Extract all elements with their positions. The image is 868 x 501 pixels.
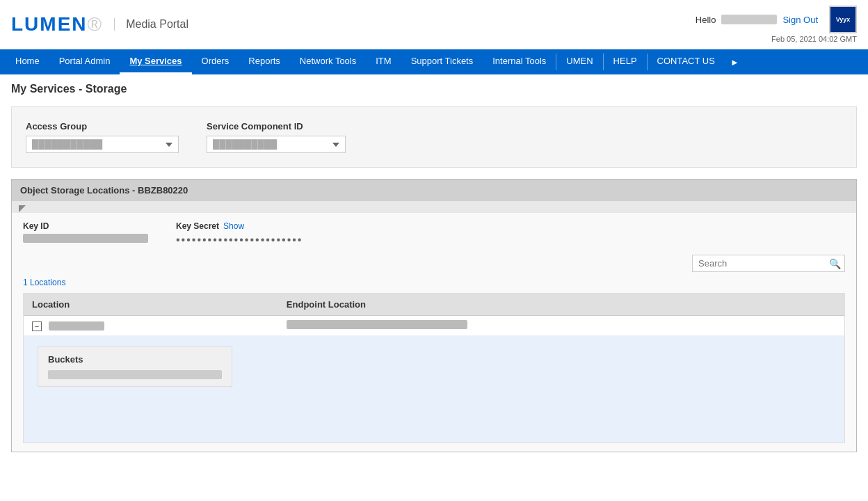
key-secret-field: Key Secret Show •••••••••••••••••••••••• — [176, 221, 303, 246]
nav-itm[interactable]: ITM — [366, 49, 401, 74]
nav-bar: Home Portal Admin My Services Orders Rep… — [0, 49, 868, 74]
filter-area: Access Group ███████████ Service Compone… — [11, 106, 857, 168]
key-secret-value: •••••••••••••••••••••••• — [176, 234, 303, 246]
locations-table-container[interactable]: Location Endpoint Location − — [23, 293, 845, 443]
key-info: Key ID Key Secret Show •••••••••••••••••… — [23, 221, 845, 246]
hello-label: Hello — [696, 15, 716, 25]
top-header: LUMEN® Media Portal Hello Sign Out Vyyx … — [0, 0, 868, 49]
service-component-label: Service Component ID — [207, 121, 346, 132]
nav-orders[interactable]: Orders — [192, 49, 239, 74]
key-id-label: Key ID — [23, 221, 148, 231]
page-content: My Services - Storage Access Group █████… — [0, 74, 868, 461]
bucket-item — [48, 370, 222, 379]
collapse-button[interactable]: − — [32, 321, 42, 331]
show-link[interactable]: Show — [223, 221, 244, 231]
storage-section-title: Object Storage Locations - BBZB80220 — [20, 185, 188, 196]
username-blurred — [721, 15, 777, 24]
endpoint-col-header: Endpoint Location — [278, 294, 844, 316]
location-value — [49, 321, 104, 331]
portal-title: Media Portal — [114, 18, 188, 31]
buckets-box: Buckets — [38, 347, 232, 387]
location-col-header: Location — [24, 294, 278, 316]
locations-count: 1 Locations — [23, 278, 845, 287]
sign-out-link[interactable]: Sign Out — [782, 15, 818, 25]
logo-area: LUMEN® Media Portal — [11, 13, 188, 35]
search-icon: 🔍 — [829, 258, 841, 269]
search-wrapper: 🔍 — [692, 255, 845, 272]
search-area: 🔍 — [23, 255, 845, 272]
nav-my-services[interactable]: My Services — [120, 49, 191, 74]
locations-table: Location Endpoint Location − — [24, 294, 844, 443]
expanded-row: Buckets — [24, 335, 844, 443]
nav-umen[interactable]: UMEN — [556, 49, 602, 74]
storage-body: Key ID Key Secret Show •••••••••••••••••… — [12, 213, 856, 452]
access-group-select[interactable]: ███████████ — [26, 136, 179, 153]
nav-support-tickets[interactable]: Support Tickets — [401, 49, 483, 74]
key-id-value — [23, 234, 148, 243]
access-group-label: Access Group — [26, 121, 179, 132]
expanded-content: Buckets — [24, 335, 844, 443]
header-user: Hello Sign Out Vyyx — [696, 6, 857, 33]
endpoint-cell — [278, 316, 844, 336]
location-cell: − — [24, 316, 278, 336]
expanded-cell: Buckets — [24, 335, 844, 443]
nav-contact-us[interactable]: CONTACT US — [648, 49, 725, 74]
table-row: − — [24, 316, 844, 336]
key-id-field: Key ID — [23, 221, 148, 246]
endpoint-value — [287, 320, 467, 329]
nav-internal-tools[interactable]: Internal Tools — [483, 49, 556, 74]
nav-network-tools[interactable]: Network Tools — [290, 49, 366, 74]
search-input[interactable] — [692, 255, 845, 272]
service-component-select[interactable]: ██████████ — [207, 136, 346, 153]
nav-more-icon[interactable]: ► — [725, 49, 745, 74]
service-component-filter: Service Component ID ██████████ — [207, 121, 346, 153]
buckets-label: Buckets — [48, 354, 222, 365]
storage-section: Object Storage Locations - BBZB80220 Key… — [11, 179, 857, 452]
key-secret-label-row: Key Secret Show — [176, 221, 303, 231]
key-secret-label: Key Secret — [176, 221, 219, 231]
nav-portal-admin[interactable]: Portal Admin — [49, 49, 120, 74]
storage-section-header: Object Storage Locations - BBZB80220 — [12, 180, 856, 201]
nav-reports[interactable]: Reports — [239, 49, 290, 74]
header-right: Hello Sign Out Vyyx Feb 05, 2021 04:02 G… — [696, 6, 857, 43]
nav-help[interactable]: HELP — [604, 49, 647, 74]
page-title: My Services - Storage — [11, 83, 857, 95]
lumen-logo: LUMEN® — [11, 13, 103, 35]
header-date: Feb 05, 2021 04:02 GMT — [771, 35, 857, 43]
vyyx-logo: Vyyx — [829, 6, 857, 33]
access-group-filter: Access Group ███████████ — [26, 121, 179, 153]
nav-home[interactable]: Home — [6, 49, 49, 74]
